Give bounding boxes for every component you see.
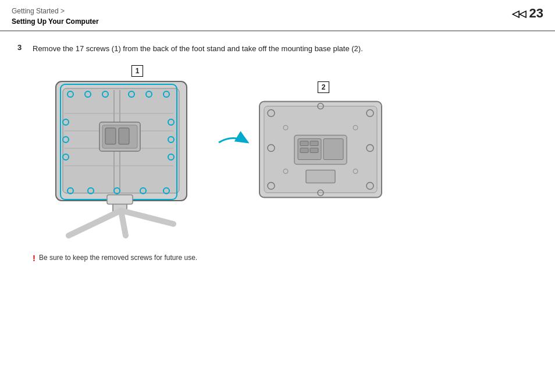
- diagram-arrow: [213, 81, 254, 204]
- step-number: 3: [17, 43, 27, 52]
- svg-line-32: [121, 211, 173, 224]
- step-3: 3 Remove the 17 screws (1) from the back…: [17, 43, 538, 55]
- label-2-box: 2: [318, 81, 329, 93]
- svg-rect-28: [105, 128, 116, 144]
- svg-rect-48: [323, 138, 343, 159]
- breadcrumb-parent: Getting Started >: [12, 7, 65, 15]
- svg-rect-52: [310, 148, 318, 152]
- label-1: 1: [136, 67, 140, 75]
- step-text: Remove the 17 screws (1) from the back o…: [33, 43, 363, 55]
- label-1-box: 1: [131, 65, 143, 77]
- svg-rect-29: [119, 128, 129, 144]
- page-number-area: ◁◁ 23: [512, 6, 543, 21]
- svg-rect-49: [300, 141, 308, 145]
- svg-rect-53: [306, 170, 335, 183]
- illustration-area: 1: [33, 64, 538, 244]
- page-number: 23: [529, 6, 543, 21]
- svg-rect-50: [310, 141, 318, 145]
- page-arrow: ◁◁: [512, 8, 526, 19]
- breadcrumb-current: Setting Up Your Computer: [12, 17, 99, 26]
- main-content: 3 Remove the 17 screws (1) from the back…: [0, 31, 555, 274]
- svg-line-31: [69, 211, 121, 236]
- base-plate-diagram: [254, 94, 387, 205]
- note-text: Be sure to keep the removed screws for f…: [39, 254, 197, 262]
- diagram-left: 1: [33, 64, 213, 244]
- svg-rect-51: [300, 148, 308, 152]
- arrow-svg: [216, 125, 251, 160]
- note-exclamation: !: [33, 254, 35, 262]
- label-2: 2: [322, 83, 326, 91]
- page-header: Getting Started > Setting Up Your Comput…: [0, 0, 555, 31]
- svg-rect-34: [107, 195, 133, 204]
- breadcrumb: Getting Started > Setting Up Your Comput…: [12, 6, 99, 27]
- note-area: ! Be sure to keep the removed screws for…: [33, 254, 538, 262]
- monitor-back-diagram: [33, 64, 207, 238]
- diagram-right: 2: [254, 81, 399, 204]
